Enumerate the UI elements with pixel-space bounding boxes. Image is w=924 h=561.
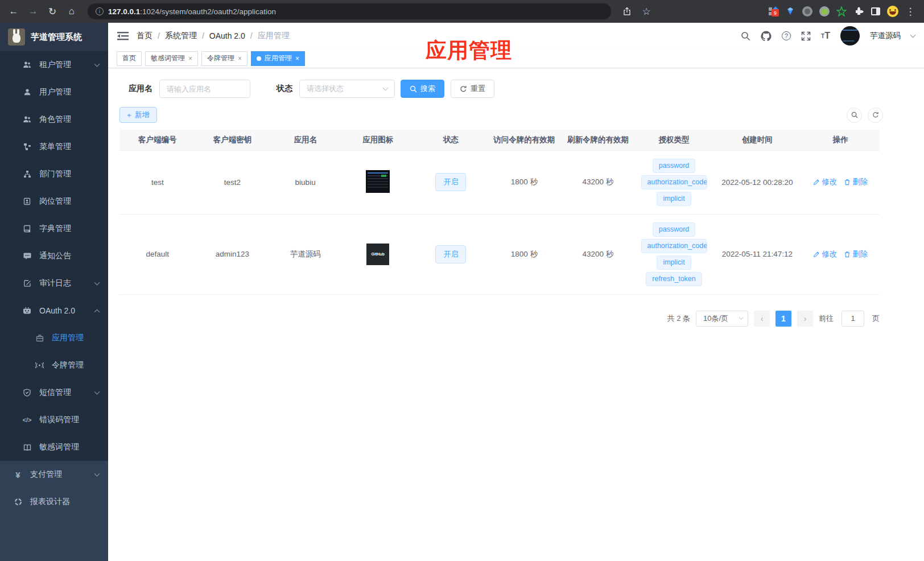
sidebar-item-oauth[interactable]: OAuth 2.0 (0, 297, 108, 324)
search-button[interactable]: 搜索 (401, 80, 444, 98)
sidebar-menu-bottom: ¥ 支付管理 报表设计器 (0, 461, 108, 515)
reset-button[interactable]: 重置 (451, 80, 494, 98)
people-icon (23, 116, 31, 123)
browser-extensions: 9 ⋮ (766, 3, 918, 19)
prev-page-button[interactable]: ‹ (754, 311, 770, 327)
fullscreen-icon[interactable] (801, 31, 811, 41)
sidebar-item-errcode[interactable]: </> 错误码管理 (0, 406, 108, 434)
browser-menu-icon[interactable]: ⋮ (902, 3, 918, 19)
chevron-down-icon[interactable] (910, 32, 916, 38)
sidebar-item-tenant[interactable]: 租户管理 (0, 51, 108, 79)
cell-secret: test2 (196, 150, 270, 214)
sidebar-item-notice[interactable]: 通知公告 (0, 242, 108, 270)
status-select[interactable]: 请选择状态 (299, 80, 395, 98)
forward-icon[interactable]: → (25, 3, 41, 19)
help-icon[interactable]: ? (782, 31, 791, 40)
sidebar-item-post[interactable]: 岗位管理 (0, 188, 108, 215)
sidebar-item-sensitive[interactable]: 敏感词管理 (0, 434, 108, 461)
extension-green-circle-icon[interactable] (817, 4, 832, 19)
sidebar-item-role[interactable]: 角色管理 (0, 106, 108, 133)
cell-create-time: 2022-05-11 21:47:12 (713, 214, 801, 294)
extension-gem-icon[interactable] (783, 4, 798, 19)
pie-segments-icon (14, 498, 22, 506)
bookmark-star-icon[interactable]: ☆ (638, 3, 654, 19)
status-tag[interactable]: 开启 (435, 173, 466, 191)
font-size-icon[interactable]: TT (821, 31, 830, 41)
breadcrumb-system[interactable]: 系统管理 (165, 31, 197, 41)
delete-button[interactable]: 删除 (844, 177, 868, 187)
app-logo[interactable]: 芋道管理系统 (0, 23, 108, 51)
home-icon[interactable]: ⌂ (64, 3, 80, 19)
sidebar-item-audit[interactable]: 审计日志 (0, 270, 108, 297)
logo-image (8, 28, 25, 46)
sidebar-item-menu[interactable]: 菜单管理 (0, 133, 108, 160)
extension-gray-circle-icon[interactable] (800, 4, 815, 19)
reload-icon[interactable]: ↻ (44, 3, 60, 19)
share-icon[interactable] (619, 3, 635, 19)
dictionary-icon (23, 225, 31, 233)
cell-status: 开启 (414, 150, 487, 214)
toggle-search-icon[interactable] (847, 108, 862, 123)
sidebar-item-pay[interactable]: ¥ 支付管理 (0, 461, 108, 488)
github-icon[interactable] (761, 31, 772, 41)
tree-menu-icon (23, 143, 31, 151)
edit-button[interactable]: 修改 (813, 177, 837, 187)
avatar[interactable] (840, 26, 860, 46)
tab-sensitive[interactable]: 敏感词管理× (145, 51, 198, 66)
puzzle-extensions-icon[interactable] (851, 4, 866, 19)
side-panel-icon[interactable] (868, 4, 883, 19)
grant-type-tag: authorization_code (641, 175, 707, 189)
extension-green-star-icon[interactable] (834, 4, 849, 19)
chevron-down-icon (94, 389, 100, 395)
breadcrumb-home[interactable]: 首页 (137, 31, 152, 41)
tab-home[interactable]: 首页 (117, 51, 142, 66)
sidebar-item-sms[interactable]: 短信管理 (0, 379, 108, 406)
breadcrumb-oauth[interactable]: OAuth 2.0 (209, 31, 245, 40)
sidebar-toggle-icon[interactable] (117, 31, 129, 41)
table-row: test test2 biubiu 开启 1800 秒 43200 秒 pass… (119, 150, 880, 214)
cell-app-icon (341, 150, 414, 214)
refresh-icon[interactable] (868, 108, 883, 123)
back-icon[interactable]: ← (6, 3, 22, 19)
sidebar-item-user[interactable]: 用户管理 (0, 79, 108, 106)
status-tag[interactable]: 开启 (435, 245, 466, 263)
close-icon[interactable]: × (295, 55, 299, 63)
goto-page-input[interactable] (842, 311, 864, 327)
sidebar-item-dept[interactable]: 部门管理 (0, 160, 108, 188)
close-icon[interactable]: × (188, 55, 192, 63)
name-filter-label: 应用名 (129, 84, 152, 94)
edit-button[interactable]: 修改 (813, 249, 837, 259)
message-icon (23, 252, 31, 260)
navbar: 首页 / 系统管理 / OAuth 2.0 / 应用管理 ? (108, 23, 924, 49)
close-icon[interactable]: × (238, 55, 242, 63)
page-number-button[interactable]: 1 (776, 311, 791, 327)
profile-avatar-icon[interactable] (885, 4, 900, 19)
active-dot-icon (257, 56, 261, 61)
site-info-icon[interactable]: i (96, 7, 104, 15)
app-name-input[interactable] (159, 80, 250, 98)
search-icon[interactable] (741, 31, 750, 41)
tab-token[interactable]: 令牌管理× (201, 51, 248, 66)
browser-toolbar: ← → ↻ ⌂ i 127.0.0.1:1024/system/oauth2/o… (0, 0, 924, 23)
next-page-button[interactable]: › (797, 311, 813, 327)
signal-token-icon (35, 362, 44, 369)
sidebar-item-report[interactable]: 报表设计器 (0, 488, 108, 515)
breadcrumb: 首页 / 系统管理 / OAuth 2.0 / 应用管理 (137, 31, 290, 41)
sidebar-item-oauth-token[interactable]: 令牌管理 (0, 352, 108, 379)
cell-grant-types: password authorization_code implicit ref… (635, 214, 713, 294)
url-bar[interactable]: i 127.0.0.1:1024/system/oauth2/oauth2/ap… (88, 3, 611, 19)
cell-grant-types: password authorization_code implicit (635, 150, 713, 214)
username[interactable]: 芋道源码 (870, 31, 901, 41)
sidebar-item-oauth-application[interactable]: 应用管理 (0, 324, 108, 352)
add-button[interactable]: +新增 (119, 107, 157, 123)
extension-grid-icon[interactable]: 9 (766, 4, 781, 19)
briefcase-icon (35, 335, 44, 342)
tab-application[interactable]: 应用管理× (251, 51, 305, 66)
breadcrumb-current: 应用管理 (258, 31, 290, 41)
chevron-down-icon (94, 471, 100, 477)
org-chart-icon (23, 170, 31, 178)
cell-access-validity: 1800 秒 (488, 214, 562, 294)
sidebar-item-dict[interactable]: 字典管理 (0, 215, 108, 242)
delete-button[interactable]: 删除 (844, 249, 868, 259)
page-size-select[interactable]: 10条/页 (696, 311, 748, 327)
